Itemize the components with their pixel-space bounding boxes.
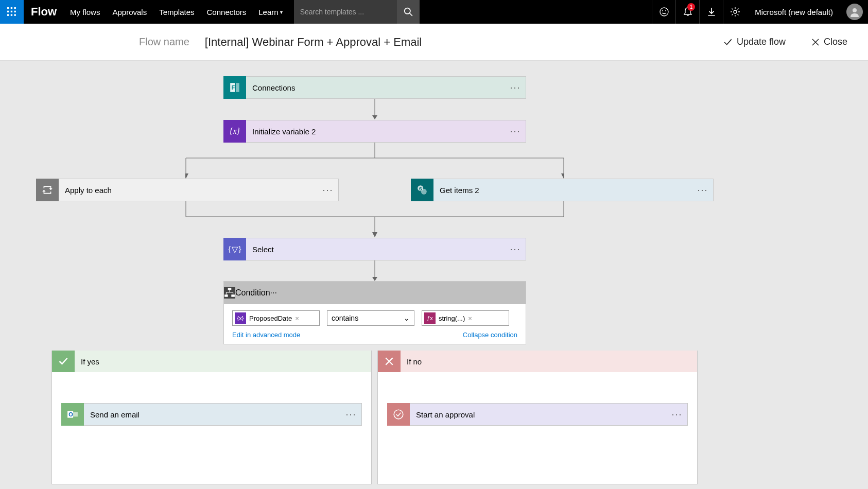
card-label: Start an approval	[410, 410, 667, 419]
flow-canvas: F Connections ··· {x} Initialize variabl…	[0, 61, 868, 489]
card-label: Connections	[246, 83, 505, 92]
variable-icon: {x}	[223, 120, 246, 143]
card-get-items[interactable]: S Get items 2 ···	[411, 179, 714, 201]
card-label: Initialize variable 2	[246, 127, 505, 136]
svg-text:S: S	[419, 186, 422, 191]
card-menu[interactable]: ···	[692, 185, 713, 196]
nav-connectors[interactable]: Connectors	[201, 0, 253, 24]
expression-token-icon: ƒx	[424, 312, 436, 324]
card-label: Get items 2	[433, 186, 692, 195]
collapse-condition-link[interactable]: Collapse condition	[463, 331, 517, 339]
arrow-icon	[372, 99, 377, 120]
svg-rect-38	[231, 294, 235, 296]
search-input[interactable]	[294, 0, 397, 24]
avatar[interactable]	[846, 4, 863, 20]
tenant-label[interactable]: Microsoft (new default)	[747, 8, 841, 16]
svg-point-13	[665, 10, 666, 11]
settings-button[interactable]	[723, 0, 747, 24]
waffle-icon	[7, 7, 16, 16]
branch-no: If no Start an approval ···	[377, 351, 698, 484]
edit-advanced-link[interactable]: Edit in advanced mode	[232, 331, 300, 339]
svg-rect-4	[11, 11, 12, 12]
update-flow-button[interactable]: Update flow	[723, 37, 786, 47]
branch-label: If no	[401, 357, 428, 366]
card-menu[interactable]: ···	[505, 82, 526, 93]
svg-text:O: O	[68, 411, 73, 417]
card-condition[interactable]: Condition ··· {x}ProposedDate× contains⌄…	[223, 281, 526, 344]
variable-token-icon: {x}	[235, 312, 246, 324]
card-menu[interactable]: ···	[505, 126, 526, 137]
outlook-icon: O	[61, 403, 84, 426]
card-label: Send an email	[84, 410, 341, 419]
svg-rect-37	[224, 294, 228, 296]
card-send-email[interactable]: O Send an email ···	[61, 403, 362, 426]
flow-name[interactable]: [Internal] Webinar Form + Approval + Ema…	[205, 36, 422, 49]
header-bar: Flow name [Internal] Webinar Form + Appr…	[0, 24, 868, 61]
card-label: Condition	[235, 288, 270, 298]
search-button[interactable]	[397, 0, 420, 24]
top-nav: Flow My flows Approvals Templates Connec…	[0, 0, 868, 24]
download-icon	[707, 7, 716, 16]
svg-point-12	[662, 10, 663, 11]
svg-rect-8	[14, 14, 16, 16]
card-connections[interactable]: F Connections ···	[223, 76, 526, 99]
approval-icon	[387, 403, 410, 426]
card-select[interactable]: {▽} Select ···	[223, 238, 526, 260]
brand-label[interactable]: Flow	[24, 5, 64, 19]
svg-point-11	[660, 8, 668, 16]
condition-right-value[interactable]: ƒxstring(...)×	[422, 310, 509, 326]
condition-body: {x}ProposedDate× contains⌄ ƒxstring(...)…	[224, 304, 526, 344]
svg-rect-3	[7, 11, 9, 12]
svg-point-15	[853, 8, 857, 12]
nav-my-flows[interactable]: My flows	[64, 0, 106, 24]
card-menu[interactable]: ···	[341, 409, 361, 420]
nav-approvals[interactable]: Approvals	[106, 0, 153, 24]
app-launcher-button[interactable]	[0, 0, 24, 24]
condition-left-value[interactable]: {x}ProposedDate×	[232, 310, 320, 326]
feedback-button[interactable]	[652, 0, 675, 24]
svg-rect-5	[14, 11, 16, 12]
card-init-variable[interactable]: {x} Initialize variable 2 ···	[223, 120, 526, 143]
svg-rect-17	[236, 83, 239, 92]
close-icon	[811, 38, 820, 46]
card-menu[interactable]: ···	[667, 409, 687, 420]
card-label: Select	[246, 245, 505, 254]
condition-icon	[224, 287, 235, 299]
notifications-button[interactable]: 1	[675, 0, 699, 24]
svg-rect-6	[7, 14, 9, 16]
download-button[interactable]	[699, 0, 723, 24]
nav-templates[interactable]: Templates	[153, 0, 200, 24]
branch-connector-icon	[185, 143, 564, 180]
close-button[interactable]: Close	[811, 37, 847, 47]
nav-learn[interactable]: Learn▾	[252, 0, 288, 24]
gear-icon	[730, 7, 740, 17]
nav-links: My flows Approvals Templates Connectors …	[64, 0, 289, 24]
close-icon	[378, 351, 401, 372]
search-wrap	[294, 0, 420, 24]
condition-operator-dropdown[interactable]: contains⌄	[327, 310, 414, 326]
svg-point-14	[734, 10, 737, 13]
svg-rect-1	[11, 7, 12, 9]
search-icon	[404, 7, 413, 16]
remove-token-button[interactable]: ×	[468, 315, 472, 322]
sharepoint-icon: S	[411, 179, 433, 201]
select-icon: {▽}	[223, 238, 246, 260]
branch-label: If yes	[75, 357, 106, 366]
card-apply-to-each[interactable]: Apply to each ···	[36, 179, 339, 201]
merge-connector-icon	[185, 201, 564, 238]
svg-rect-0	[7, 7, 9, 9]
remove-token-button[interactable]: ×	[295, 315, 299, 322]
chevron-down-icon: ▾	[280, 9, 283, 15]
branch-no-head[interactable]: If no	[378, 351, 697, 372]
card-menu[interactable]: ···	[318, 185, 338, 196]
branch-yes-head[interactable]: If yes	[52, 351, 371, 372]
card-start-approval[interactable]: Start an approval ···	[387, 403, 688, 426]
arrow-icon	[372, 260, 377, 282]
notification-badge: 1	[687, 3, 695, 11]
smile-icon	[659, 7, 669, 17]
svg-text:F: F	[231, 84, 235, 91]
card-menu[interactable]: ···	[270, 288, 277, 298]
card-label: Apply to each	[59, 186, 318, 195]
card-menu[interactable]: ···	[505, 244, 526, 255]
svg-point-42	[394, 410, 403, 419]
